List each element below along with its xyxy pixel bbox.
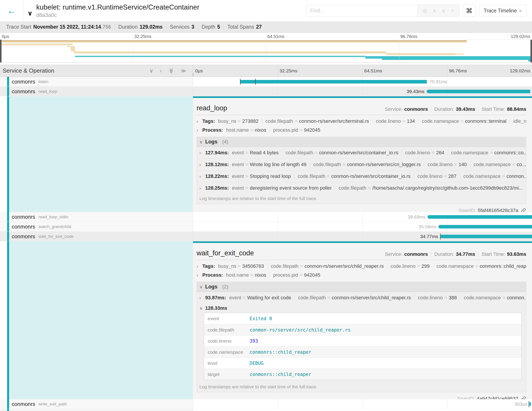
minimap-span-bar xyxy=(74,51,386,54)
span-color-bar xyxy=(7,222,9,231)
log-field: code.lineno=264 xyxy=(401,150,444,156)
logs-section: ∨ Logs (2) › 93.87ms: event=Waiting for … xyxy=(197,282,526,392)
log-timestamp: 128.33ms xyxy=(205,305,227,311)
span-event-tick xyxy=(255,78,256,85)
summary-value: 5 xyxy=(217,24,220,30)
chevron-down-icon: ∨ xyxy=(200,139,205,145)
operation-name: listen xyxy=(38,79,48,84)
log-entry[interactable]: › 93.87ms: event=Waiting for exit code c… xyxy=(197,292,526,303)
log-field: code.lineno=140 xyxy=(424,162,466,167)
tags-row[interactable]: › Tags: busy_ns=34506763 code.filepath=c… xyxy=(197,263,526,270)
detail-left-gutter xyxy=(0,241,7,399)
logs-header[interactable]: ∨ Logs (2) xyxy=(197,282,526,292)
back-button[interactable]: ← xyxy=(0,0,23,21)
axis-tick: 96.76ms xyxy=(449,68,467,73)
span-row-read-loop-stdin[interactable]: conmonrs read_loop_stdin 39.69ms xyxy=(0,212,532,222)
operation-name: wait_for_exit_code xyxy=(38,234,73,239)
span-row-write-exit-path[interactable]: conmonrs write_exit_path 303μs xyxy=(0,399,532,409)
span-color-bar xyxy=(7,87,9,96)
meta-label: Service: xyxy=(385,106,402,112)
minimap-span-bar xyxy=(75,56,365,57)
log-entry[interactable]: › 128.22ms: event=Stopping read loop cod… xyxy=(197,170,526,182)
process-row[interactable]: › Process: host.name=nixos process.pid=9… xyxy=(197,127,526,134)
trace-header-collapse-icon[interactable]: ∨ xyxy=(27,9,33,17)
span-row-wait-for-exit-code[interactable]: conmonrs wait_for_exit_code 34.77ms xyxy=(0,232,532,241)
minimap-gridline xyxy=(133,40,133,62)
next-match-icon[interactable]: ∨ xyxy=(442,8,446,14)
partial-next-row xyxy=(0,409,532,411)
column-resize-handle[interactable]: ‖ xyxy=(192,72,194,77)
span-duration-bar[interactable] xyxy=(438,225,532,228)
logs-count: (4) xyxy=(222,139,228,145)
command-icon: ⌘ xyxy=(466,7,473,15)
span-duration-bar[interactable] xyxy=(529,402,531,406)
span-row-listen[interactable]: conmonrs listen 70.91ms xyxy=(0,77,532,87)
minimap-viewport-handle-right[interactable] xyxy=(531,40,532,62)
summary-value: 129.02ms xyxy=(140,24,163,30)
tag-item: code.lineno=134 xyxy=(372,118,415,124)
service-operation-title: Service & Operation xyxy=(3,67,54,74)
detail-indent-bar xyxy=(7,96,9,212)
log-field: event=Stopping read loop xyxy=(232,173,291,179)
chevron-down-icon: ∨ xyxy=(200,305,205,311)
process-row[interactable]: › Process: host.name=nixos process.pid=9… xyxy=(197,272,526,279)
view-selector-button[interactable]: Trace Timeline ∨ xyxy=(479,5,526,17)
meta-label: Duration: xyxy=(434,251,454,257)
summary-trace-start: Trace Start November 15 2022, 11:24:14 .… xyxy=(3,24,114,30)
span-duration-label: 39.43ms xyxy=(407,89,425,94)
chevron-right-icon: › xyxy=(200,174,205,179)
table-row: eventExited 0 xyxy=(204,313,521,324)
minimap-span-bar xyxy=(71,46,75,51)
span-detail-panel: wait_for_exit_code Service:conmonrs Dura… xyxy=(193,241,532,399)
span-duration-bar[interactable] xyxy=(440,235,532,238)
minimap-span-bar xyxy=(2,44,73,45)
keyboard-shortcuts-button[interactable]: ⌘ xyxy=(463,5,476,17)
locate-icon[interactable]: ◎ xyxy=(423,8,427,14)
prev-match-icon[interactable]: ∧ xyxy=(433,8,437,14)
meta-label: Service: xyxy=(385,251,402,257)
minimap-canvas[interactable] xyxy=(0,39,532,63)
table-row: targetconmonrs::child_reaper xyxy=(204,369,521,380)
detail-left-gutter xyxy=(0,96,7,212)
expand-one-icon[interactable]: › xyxy=(160,68,162,73)
service-operation-header: Service & Operation ∨ › ≫ ≫ ‖ xyxy=(0,65,193,77)
logs-count: (2) xyxy=(222,284,228,290)
log-timestamp: 128.25ms: xyxy=(205,185,229,191)
spanid-label: SpanID: xyxy=(458,208,476,212)
chevron-right-icon: › xyxy=(197,264,202,269)
summary-depth: Depth 5 xyxy=(198,24,224,30)
log-timestamp: 128.22ms: xyxy=(205,173,229,179)
top-bar: ← ∨ kubelet: runtime.v1.RuntimeService/C… xyxy=(0,0,532,21)
expand-all-icon[interactable]: ≫ xyxy=(180,68,186,73)
tag-item: code.namespace=conmonrs::terminal xyxy=(418,118,506,124)
meta-value: 88.84ms xyxy=(507,106,526,112)
chevron-down-icon: ∨ xyxy=(519,9,522,13)
span-duration-bar[interactable] xyxy=(427,90,531,93)
spanid-value: 4a947cfd1ce59537 xyxy=(477,396,518,399)
log-entry[interactable]: › 127.94ms: event=Read 4 bytes code.file… xyxy=(197,147,526,158)
chevron-right-icon: › xyxy=(200,150,205,156)
span-link-button[interactable] xyxy=(521,208,526,212)
logs-header[interactable]: ∨ Logs (4) xyxy=(197,137,526,147)
span-link-button[interactable] xyxy=(521,396,526,399)
clear-search-icon[interactable]: × xyxy=(451,8,454,14)
tags-row[interactable]: › Tags: busy_ns=273882 code.filepath=con… xyxy=(197,118,526,125)
table-row: code.filepathconmon-rs/server/src/child_… xyxy=(204,324,521,335)
minimap-viewport-handle-left[interactable] xyxy=(0,40,1,62)
log-entry[interactable]: › 128.12ms: event=Wrote log line of leng… xyxy=(197,158,526,170)
log-field: code.lineno=388 xyxy=(414,295,457,301)
span-row-watch-grandchild[interactable]: conmonrs watch_grandchild 35.58ms xyxy=(0,222,532,232)
summary-label: Services xyxy=(170,24,190,30)
log-entry-expanded-header[interactable]: ∨ 128.33ms xyxy=(197,303,526,313)
trace-id: d8a3a0c xyxy=(36,12,199,18)
span-duration-bar[interactable] xyxy=(428,215,532,219)
span-row-read-loop[interactable]: conmonrs read_loop 39.43ms xyxy=(0,87,532,96)
collapse-all-icon[interactable]: ≫ xyxy=(168,68,174,73)
find-input[interactable] xyxy=(306,5,417,16)
span-duration-bar[interactable] xyxy=(240,80,427,83)
summary-value: November 15 2022, 11:24:14 xyxy=(33,24,101,30)
collapse-one-icon[interactable]: ∨ xyxy=(149,68,153,73)
summary-label: Trace Start xyxy=(6,24,31,30)
minimap-span-bar xyxy=(382,59,532,60)
log-entry[interactable]: › 128.25ms: event=deregistering event so… xyxy=(197,182,526,194)
